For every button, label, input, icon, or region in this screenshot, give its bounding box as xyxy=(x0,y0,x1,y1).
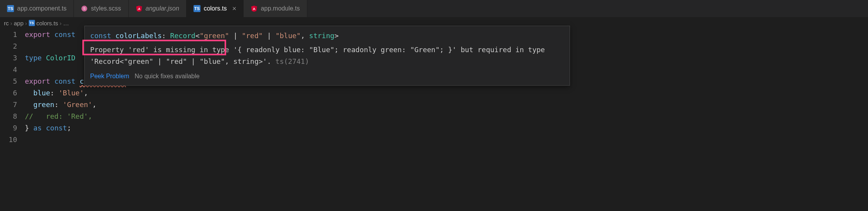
tab-label: app.component.ts xyxy=(17,5,66,12)
hover-actions: Peek Problem No quick fixes available xyxy=(90,70,564,82)
keyword-const: const xyxy=(54,30,75,39)
punct: : xyxy=(54,100,63,109)
line-number: 9 xyxy=(0,122,17,134)
line-number: 3 xyxy=(0,52,17,64)
tab-label: colors.ts xyxy=(204,5,227,12)
error-text: in type '{ readonly blue: "Blue"; readon… xyxy=(200,46,528,54)
tab-bar: TS app.component.ts S styles.scss A angu… xyxy=(0,0,868,17)
indent xyxy=(25,89,33,97)
punct: | xyxy=(263,32,275,40)
scss-icon: S xyxy=(81,5,88,12)
angular-icon: A xyxy=(136,5,143,12)
typescript-icon: TS xyxy=(193,5,200,12)
punct: , xyxy=(84,89,88,97)
chevron-right-icon: › xyxy=(25,20,27,26)
punct: : xyxy=(50,89,59,97)
tab-app-module[interactable]: A app.module.ts xyxy=(244,0,307,17)
line-number: 10 xyxy=(0,134,17,146)
string-literal: "red" xyxy=(242,32,263,40)
keyword-const: const xyxy=(54,77,75,85)
code-line[interactable]: green: 'Green', xyxy=(25,99,868,111)
code-line[interactable]: blue: 'Blue', xyxy=(25,87,868,99)
breadcrumb-segment[interactable]: rc xyxy=(4,20,9,26)
space xyxy=(42,124,46,132)
keyword-as: as xyxy=(33,124,42,132)
string-literal: "green" xyxy=(200,32,229,40)
keyword-export: export xyxy=(25,77,50,85)
line-number: 7 xyxy=(0,99,17,111)
punct: } xyxy=(25,124,29,132)
chevron-right-icon: › xyxy=(59,20,61,26)
punct: ; xyxy=(67,124,71,132)
keyword-const: const xyxy=(90,32,111,40)
chevron-right-icon: › xyxy=(10,20,12,26)
error-text: is missing xyxy=(149,46,200,54)
no-quick-fix-label: No quick fixes available xyxy=(135,70,200,82)
error-property: 'red' xyxy=(128,46,149,54)
breadcrumb-segment[interactable]: colors.ts xyxy=(37,20,58,26)
peek-problem-link[interactable]: Peek Problem xyxy=(90,70,129,82)
punct: : xyxy=(162,32,170,40)
tab-label: app.module.ts xyxy=(261,5,300,12)
svg-text:A: A xyxy=(253,7,256,11)
string-literal: "blue" xyxy=(275,32,301,40)
property-blue: blue xyxy=(33,89,50,97)
line-number: 2 xyxy=(0,40,17,52)
keyword-const: const xyxy=(46,124,67,132)
punct: | xyxy=(229,32,242,40)
identifier: colorLabels xyxy=(111,32,162,40)
line-number: 1 xyxy=(0,29,17,40)
tab-angular-json[interactable]: A angular.json xyxy=(129,0,187,17)
type-string: string xyxy=(309,32,335,40)
code-line[interactable]: // red: 'Red', xyxy=(25,111,868,122)
code-line[interactable] xyxy=(25,134,868,146)
svg-text:S: S xyxy=(83,7,85,11)
keyword-export: export xyxy=(25,30,50,39)
line-number-gutter: 1 2 3 4 5 6 7 8 9 10 xyxy=(0,29,25,211)
comment: // red: 'Red', xyxy=(25,112,92,120)
punct: > xyxy=(335,32,339,40)
error-code: ts(2741) xyxy=(275,57,309,65)
punct: , xyxy=(92,100,96,109)
breadcrumb-segment[interactable]: app xyxy=(14,20,24,26)
code-line[interactable]: } as const; xyxy=(25,122,868,134)
type-record: Record xyxy=(170,32,195,40)
editor[interactable]: 1 2 3 4 5 6 7 8 9 10 export const type C… xyxy=(0,29,868,211)
code-area[interactable]: export const type ColorID export const c… xyxy=(25,29,868,211)
punct: < xyxy=(195,32,200,40)
svg-text:A: A xyxy=(137,7,140,11)
punct: , xyxy=(301,32,309,40)
typescript-icon: TS xyxy=(7,5,14,12)
keyword-type: type xyxy=(25,54,42,62)
property-green: green xyxy=(33,100,54,109)
hover-error-message: Property 'red' is missing in type '{ rea… xyxy=(90,44,564,67)
tab-label: angular.json xyxy=(146,5,180,12)
tab-label: styles.scss xyxy=(91,5,121,12)
typescript-icon: TS xyxy=(29,20,35,26)
error-text: Property xyxy=(90,46,128,54)
hover-signature: const colorLabels: Record<"green" | "red… xyxy=(90,30,564,42)
line-number: 8 xyxy=(0,111,17,122)
tab-app-component[interactable]: TS app.component.ts xyxy=(0,0,74,17)
indent xyxy=(25,100,33,109)
line-number: 6 xyxy=(0,87,17,99)
breadcrumb-segment[interactable]: … xyxy=(63,20,69,26)
space xyxy=(29,124,33,132)
tab-colors-ts[interactable]: TS colors.ts × xyxy=(186,0,244,17)
line-number: 4 xyxy=(0,64,17,76)
angular-icon: A xyxy=(251,5,258,12)
string-literal: 'Green' xyxy=(63,100,92,109)
type-name: ColorID xyxy=(46,54,75,62)
tab-styles-scss[interactable]: S styles.scss xyxy=(74,0,128,17)
line-number: 5 xyxy=(0,76,17,87)
hover-tooltip: const colorLabels: Record<"green" | "red… xyxy=(84,26,570,86)
close-icon[interactable]: × xyxy=(232,5,237,13)
string-literal: 'Blue' xyxy=(59,89,84,97)
